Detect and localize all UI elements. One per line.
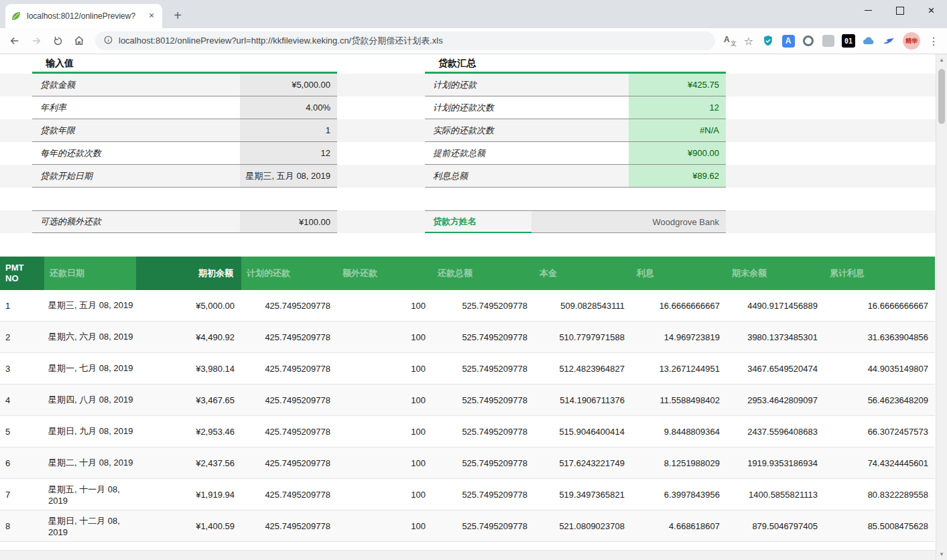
tab-strip: localhost:8012/onlinePreview? × + × — [0, 0, 947, 28]
schedule-cell: ¥3,467.65 — [136, 384, 241, 416]
input-label: 年利率 — [32, 96, 240, 119]
summary-value: ¥425.75 — [629, 74, 726, 96]
schedule-cell: 525.7495209778 — [432, 384, 534, 416]
forward-icon[interactable] — [27, 31, 46, 50]
schedule-cell: 4 — [0, 384, 44, 416]
schedule-cell: 3980.1373485301 — [727, 322, 824, 353]
gray-extension-icon[interactable] — [820, 33, 836, 49]
input-row: 贷款开始日期星期三, 五月 08, 2019 — [32, 165, 337, 188]
address-bar[interactable]: localhost:8012/onlinePreview?url=http://… — [95, 31, 715, 50]
bookmark-star-icon[interactable]: ☆ — [740, 32, 757, 50]
schedule-row: 6星期二, 十月 08, 2019¥2,437.56425.7495209778… — [0, 447, 935, 479]
schedule-cell: 425.7495209778 — [241, 447, 337, 479]
schedule-cell: 515.9046400414 — [534, 416, 631, 447]
profile-avatar[interactable]: 精华 — [903, 32, 920, 50]
schedule-cell: 521.0809023708 — [534, 510, 631, 542]
input-section-title: 输入值 — [32, 56, 337, 74]
schedule-cell: 525.7495209778 — [432, 322, 534, 353]
home-icon[interactable] — [70, 31, 88, 50]
schedule-cell: 510.7797971588 — [534, 322, 631, 353]
bird-extension-icon[interactable] — [881, 33, 897, 49]
schedule-column-header: 本金 — [534, 257, 631, 290]
amortization-table: PMT NO还款日期期初余额计划的还款额外还款还款总额本金利息期末余额累计利息 … — [0, 257, 935, 560]
schedule-row: 5星期日, 九月 08, 2019¥2,953.46425.7495209778… — [0, 416, 935, 447]
schedule-cell: 31.6363904856 — [824, 322, 935, 353]
input-value: ¥5,000.00 — [240, 74, 337, 96]
back-icon[interactable] — [5, 31, 24, 50]
browser-menu-icon[interactable]: ⋮ — [925, 32, 942, 50]
summary-label: 利息总额 — [425, 165, 629, 187]
summary-section-title: 贷款汇总 — [425, 56, 726, 74]
schedule-cell: 56.4623648209 — [824, 384, 935, 416]
close-window-button[interactable]: × — [916, 0, 947, 21]
ring-extension-icon[interactable] — [800, 33, 816, 49]
summary-row: 计划的还款¥425.75 — [425, 74, 726, 96]
schedule-cell: 6 — [0, 447, 44, 479]
horizontal-scrollbar[interactable] — [0, 550, 936, 560]
summary-label: 提前还款总额 — [425, 142, 629, 164]
summary-row: 实际的还款次数#N/A — [425, 119, 726, 142]
shield-extension-icon[interactable] — [760, 33, 776, 49]
schedule-cell: ¥1,919.94 — [136, 479, 241, 510]
schedule-cell: 425.7495209778 — [241, 510, 337, 542]
cloud-extension-icon[interactable] — [861, 33, 877, 49]
scroll-down-icon[interactable]: ▼ — [936, 549, 947, 560]
summary-row: 利息总额¥89.62 — [425, 165, 726, 188]
extensions-area: A 01 — [758, 33, 899, 49]
schedule-column-header: 计划的还款 — [241, 257, 337, 290]
schedule-cell: 100 — [337, 416, 432, 447]
schedule-cell: ¥5,000.00 — [136, 290, 241, 322]
schedule-cell: 星期二, 十月 08, 2019 — [44, 447, 136, 479]
schedule-cell: 5 — [0, 416, 44, 447]
schedule-cell: 星期五, 十一月 08, 2019 — [44, 479, 136, 510]
schedule-cell: 74.4324445601 — [824, 447, 935, 479]
schedule-cell: 100 — [337, 479, 432, 510]
extra-payment-label: 可选的额外还款 — [32, 211, 240, 232]
translate-icon[interactable]: A文 — [721, 32, 739, 50]
window-controls: × — [853, 0, 947, 21]
tab-close-icon[interactable]: × — [146, 11, 157, 21]
summary-value: #N/A — [629, 119, 726, 141]
input-row: 贷款金额¥5,000.00 — [32, 74, 337, 96]
minimize-button[interactable] — [853, 0, 884, 21]
extra-payment-value: ¥100.00 — [240, 211, 337, 232]
browser-window: localhost:8012/onlinePreview? × + × loca… — [0, 0, 947, 560]
new-tab-button[interactable]: + — [169, 7, 186, 24]
input-label: 贷款开始日期 — [32, 165, 240, 187]
browser-tab[interactable]: localhost:8012/onlinePreview? × — [5, 4, 162, 28]
input-value: 星期三, 五月 08, 2019 — [240, 165, 337, 187]
scrollbar-thumb[interactable] — [938, 69, 945, 124]
schedule-header-row: PMT NO还款日期期初余额计划的还款额外还款还款总额本金利息期末余额累计利息 — [0, 257, 935, 290]
translate-extension-icon[interactable]: A — [780, 33, 796, 49]
schedule-cell: 425.7495209778 — [241, 416, 337, 447]
summary-label: 实际的还款次数 — [425, 119, 629, 141]
browser-toolbar: localhost:8012/onlinePreview?url=http://… — [0, 28, 947, 54]
vertical-scrollbar[interactable]: ▲ ▼ — [936, 54, 947, 560]
schedule-cell: 星期四, 八月 08, 2019 — [44, 384, 136, 416]
schedule-cell: 2953.4642809097 — [727, 384, 824, 416]
schedule-cell: 80.8322289558 — [824, 479, 935, 510]
schedule-cell: 14.969723819 — [631, 322, 727, 353]
page-info-icon[interactable] — [103, 35, 113, 47]
schedule-column-header: 还款日期 — [44, 257, 136, 290]
maximize-button[interactable] — [884, 0, 916, 21]
scroll-up-icon[interactable]: ▲ — [936, 54, 947, 66]
tampermonkey-badge-icon[interactable]: 01 — [840, 33, 857, 49]
schedule-cell: 3467.6549520474 — [727, 353, 824, 384]
schedule-cell: 525.7495209778 — [432, 510, 534, 542]
schedule-cell: 512.4823964827 — [534, 353, 631, 384]
schedule-cell: 514.1906711376 — [534, 384, 631, 416]
schedule-row: 4星期四, 八月 08, 2019¥3,467.65425.7495209778… — [0, 384, 935, 416]
summary-value: ¥89.62 — [629, 165, 726, 187]
url-text[interactable]: localhost:8012/onlinePreview?url=http://… — [119, 35, 443, 47]
lender-row: 贷款方姓名 Woodgrove Bank — [425, 210, 726, 233]
schedule-cell: 11.5588498402 — [631, 384, 727, 416]
input-row: 每年的还款次数12 — [32, 142, 337, 165]
schedule-cell: 66.3072457573 — [824, 416, 935, 447]
summary-row: 提前还款总额¥900.00 — [425, 142, 726, 165]
schedule-cell: 16.6666666667 — [631, 290, 727, 322]
schedule-column-header: 额外还款 — [337, 257, 432, 290]
input-label: 每年的还款次数 — [32, 142, 240, 164]
schedule-cell: 8 — [0, 510, 44, 542]
reload-icon[interactable] — [48, 31, 67, 50]
